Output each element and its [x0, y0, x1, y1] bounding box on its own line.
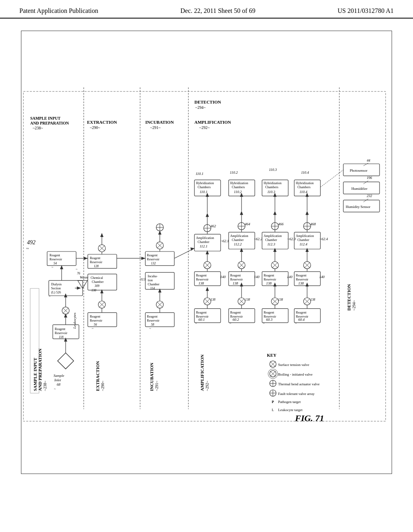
svg-text:Hybridization: Hybridization — [264, 181, 282, 185]
svg-text:464: 464 — [245, 222, 250, 226]
svg-marker-35 — [64, 293, 67, 297]
header-patent-number: US 2011/0312780 A1 — [338, 7, 394, 15]
svg-text:44: 44 — [367, 158, 370, 162]
svg-text:FIG. 71: FIG. 71 — [295, 413, 324, 423]
svg-text:Reservoir: Reservoir — [196, 278, 209, 281]
svg-marker-239 — [305, 248, 309, 252]
svg-text:492: 492 — [27, 239, 35, 245]
svg-text:~292~: ~292~ — [199, 125, 210, 130]
svg-text:Reagent: Reagent — [55, 327, 66, 331]
svg-text:68: 68 — [57, 382, 60, 387]
svg-text:~290~: ~290~ — [100, 380, 105, 391]
svg-line-284 — [363, 163, 368, 166]
svg-text:Reagent: Reagent — [296, 274, 307, 277]
svg-text:Section: Section — [51, 287, 61, 290]
svg-text:Chambers: Chambers — [198, 185, 211, 189]
svg-text:Reservoir: Reservoir — [90, 319, 102, 322]
svg-text:~: ~ — [92, 327, 94, 330]
svg-text:468: 468 — [310, 222, 316, 226]
svg-text:Chamber: Chamber — [148, 283, 160, 286]
svg-text:309: 309 — [94, 284, 100, 288]
svg-text:Reagent: Reagent — [196, 274, 207, 277]
svg-text:138: 138 — [198, 281, 204, 285]
svg-marker-330 — [141, 257, 145, 260]
svg-text:Reagent: Reagent — [296, 311, 307, 314]
svg-line-278 — [320, 170, 343, 187]
svg-text:~: ~ — [295, 322, 297, 325]
svg-text:110.3: 110.3 — [269, 168, 277, 172]
svg-text:Reservoir: Reservoir — [147, 258, 159, 261]
svg-text:Chamber: Chamber — [265, 238, 277, 242]
svg-text:~: ~ — [263, 322, 265, 325]
svg-text:Reagent: Reagent — [50, 254, 60, 257]
svg-text:L: L — [272, 408, 274, 412]
svg-text:KEY: KEY — [267, 353, 277, 357]
svg-text:60.4: 60.4 — [298, 318, 305, 322]
svg-text:130: 130 — [92, 289, 96, 292]
svg-text:110.1: 110.1 — [196, 172, 204, 176]
svg-text:56: 56 — [94, 323, 97, 326]
svg-text:Humidity Sensor: Humidity Sensor — [346, 205, 370, 209]
svg-text:Fault tolerant valve array: Fault tolerant valve array — [278, 392, 315, 396]
svg-text:Reservoir: Reservoir — [50, 258, 62, 261]
svg-text:~238~: ~238~ — [33, 126, 43, 130]
svg-text:196: 196 — [367, 176, 372, 180]
svg-text:Chamber: Chamber — [92, 280, 104, 284]
svg-text:313: 313 — [140, 277, 146, 281]
svg-text:Chamber: Chamber — [198, 240, 210, 244]
svg-text:~62.1: ~62.1 — [221, 239, 229, 243]
svg-text:76: 76 — [77, 272, 80, 275]
svg-text:138: 138 — [245, 298, 250, 301]
svg-text:112.1: 112.1 — [200, 244, 208, 248]
svg-text:140: 140 — [220, 275, 226, 279]
svg-text:Surface tension valve: Surface tension valve — [278, 363, 309, 367]
svg-text:60.1: 60.1 — [198, 318, 205, 322]
svg-text:Incuba-: Incuba- — [148, 274, 158, 278]
svg-text:~238~: ~238~ — [43, 380, 47, 391]
svg-text:232: 232 — [367, 194, 372, 198]
svg-text:Hybridization: Hybridization — [196, 181, 214, 185]
diagram-svg: 492 ~ SAMPLE INPUT AND PREPARATION ~238~… — [21, 31, 392, 474]
svg-text:112.2: 112.2 — [234, 242, 242, 246]
svg-text:Reagent: Reagent — [196, 311, 207, 314]
svg-text:EXTRACTION: EXTRACTION — [87, 120, 117, 125]
svg-text:Amplification: Amplification — [264, 234, 282, 238]
svg-text:112.4: 112.4 — [299, 242, 307, 246]
svg-text:Reagent: Reagent — [147, 315, 158, 318]
svg-text:140: 140 — [319, 275, 325, 279]
svg-text:Hybridization: Hybridization — [230, 181, 248, 185]
svg-marker-169 — [240, 248, 243, 252]
svg-text:AND PREPARATION: AND PREPARATION — [30, 121, 69, 125]
svg-text:110.3: 110.3 — [267, 190, 275, 194]
svg-text:118: 118 — [59, 335, 63, 339]
svg-text:Boiling - initiated valve: Boiling - initiated valve — [278, 372, 313, 376]
svg-text:Humidifier: Humidifier — [351, 187, 367, 191]
svg-text:SAMPLE INPUT: SAMPLE INPUT — [33, 357, 38, 391]
svg-text:Reagent: Reagent — [90, 256, 101, 260]
svg-text:Reservoir: Reservoir — [147, 319, 159, 322]
svg-marker-81 — [100, 233, 104, 237]
svg-text:Reagent: Reagent — [264, 311, 275, 314]
svg-text:138: 138 — [266, 281, 272, 285]
svg-text:AMPLIFICATION: AMPLIFICATION — [194, 120, 231, 125]
header-publication-type: Patent Application Publication — [19, 7, 98, 15]
svg-text:DETECTION: DETECTION — [346, 284, 351, 311]
svg-text:~294~: ~294~ — [352, 300, 356, 310]
svg-text:Chemical: Chemical — [91, 276, 103, 280]
svg-text:Reservoir: Reservoir — [230, 278, 243, 281]
svg-text:Photosensor: Photosensor — [350, 168, 367, 172]
svg-marker-251 — [305, 211, 309, 215]
svg-text:Reagent: Reagent — [147, 254, 158, 257]
svg-text:INCUBATION: INCUBATION — [149, 363, 154, 391]
svg-text:462: 462 — [211, 224, 216, 228]
svg-text:Pathogen target: Pathogen target — [278, 400, 301, 404]
svg-text:~62.3: ~62.3 — [288, 237, 296, 241]
svg-text:138: 138 — [278, 298, 283, 301]
svg-text:~: ~ — [49, 295, 51, 298]
svg-marker-123 — [206, 287, 209, 291]
svg-text:DETECTION: DETECTION — [194, 100, 221, 104]
svg-text:AND PREPARATION: AND PREPARATION — [38, 349, 42, 391]
svg-text:112.3: 112.3 — [267, 242, 275, 246]
svg-text:Reservoir: Reservoir — [264, 278, 276, 281]
svg-text:EXTRACTION: EXTRACTION — [95, 361, 100, 391]
